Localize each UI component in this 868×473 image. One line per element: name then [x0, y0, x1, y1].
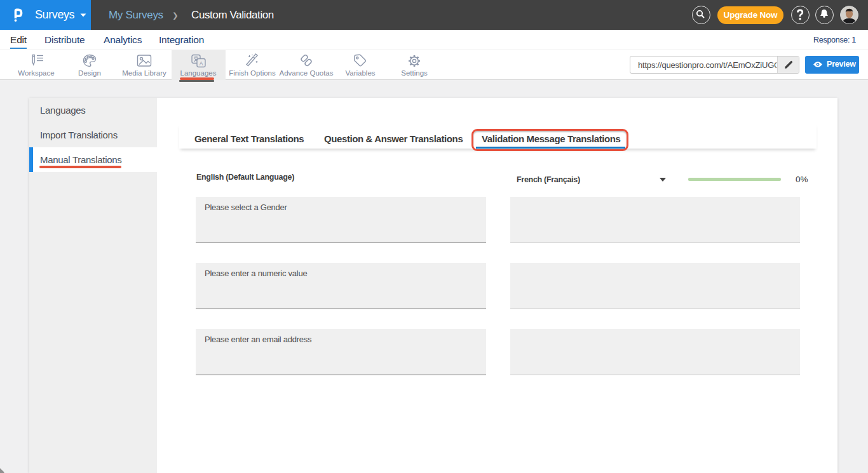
- svg-text:A: A: [200, 60, 203, 67]
